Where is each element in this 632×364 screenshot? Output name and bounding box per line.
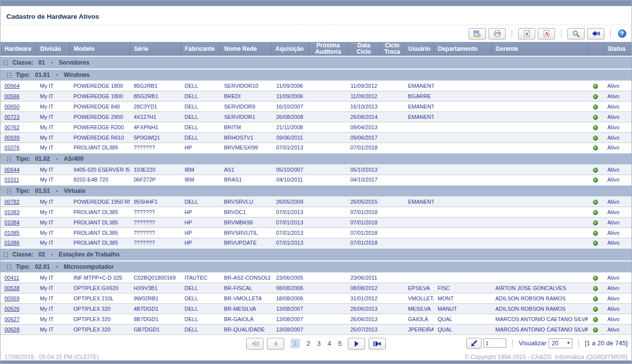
search-button[interactable] <box>567 28 585 39</box>
hardware-link[interactable]: 00762 <box>4 124 20 130</box>
export-excel-button[interactable]: X <box>518 28 535 39</box>
toolbar-buttons: XA? <box>466 28 628 39</box>
modelo-cell: OPTIPLEX 210L <box>70 293 130 303</box>
usuario-cell: BGARRE <box>404 91 434 101</box>
hardware-link[interactable]: 00782 <box>4 199 20 205</box>
collapse-icon[interactable] <box>7 265 11 269</box>
serie-cell: ??????? <box>130 238 181 248</box>
page-size-select[interactable]: 20 ▼ <box>549 338 572 348</box>
data_ciclo-cell: 26/08/2014 <box>347 111 380 122</box>
divisao-cell: My IT <box>36 111 70 122</box>
gerente-cell <box>491 227 588 238</box>
edit-columns-button[interactable] <box>469 28 486 39</box>
departamento-cell <box>434 227 491 238</box>
divisao-cell: My IT <box>36 324 70 334</box>
gerente-cell <box>491 272 588 283</box>
page-link[interactable]: 4 <box>328 340 331 347</box>
gerente-cell: MARCOS ANTONIO CAETANO SILVA <box>491 314 588 324</box>
hardware-link[interactable]: 00626 <box>4 306 20 312</box>
column-header-ciclo_troca: Ciclo Troca <box>380 42 404 56</box>
modelo-cell: POWEREDGE 1950 RM <box>70 196 130 207</box>
modelo-cell: OPTIPLEX 320 <box>70 324 130 334</box>
ciclo_troca-cell <box>380 238 404 248</box>
ciclo_troca-cell <box>380 303 404 314</box>
page-link[interactable]: 5 <box>338 340 341 347</box>
print-button[interactable] <box>488 28 506 39</box>
modelo-cell: OPTIPLEX GX620 <box>70 283 130 293</box>
hardware-link[interactable]: 00650 <box>4 104 20 109</box>
departamento-cell <box>434 217 491 227</box>
fabricante-cell: IBM <box>181 175 220 185</box>
nome_rede-cell: BRAS1 <box>220 175 270 185</box>
status-label: Ativo <box>603 111 632 122</box>
help-button[interactable]: ? <box>617 28 628 39</box>
nome_rede-cell: BR-GAIOLA <box>220 314 270 324</box>
first-page-button[interactable] <box>246 338 263 350</box>
collapse-icon[interactable] <box>7 73 11 77</box>
proxima_auditoria-cell <box>309 175 347 185</box>
divisao-cell: My IT <box>36 122 70 132</box>
modelo-cell: POWEREDGE 840 <box>70 101 130 111</box>
hardware-link[interactable]: 01085 <box>4 230 20 236</box>
hardware-link[interactable]: 01011 <box>4 177 19 182</box>
hardware-link[interactable]: 01084 <box>4 219 20 225</box>
hardware-link[interactable]: 00723 <box>4 114 20 120</box>
collapse-icon[interactable] <box>3 61 8 65</box>
hardware-link[interactable]: 00538 <box>4 285 20 291</box>
table-row: 01086My ITPROLIANT DL385???????HPBRVUPDA… <box>0 238 632 248</box>
collapse-icon[interactable] <box>7 157 11 161</box>
hardware-link[interactable]: 00566 <box>4 93 20 99</box>
nome_rede-cell: BR-MESILVA <box>220 303 270 314</box>
page-link[interactable]: 3 <box>317 340 321 347</box>
collapse-icon[interactable] <box>7 189 11 193</box>
hardware-link[interactable]: 01086 <box>4 240 20 246</box>
hardware-link[interactable]: 00627 <box>4 316 20 322</box>
back-button[interactable] <box>587 28 604 39</box>
status-dot-icon <box>593 296 598 301</box>
table-header-row: HardwareDivisãoModeloSérieFabricanteNome… <box>0 42 632 56</box>
nome_rede-cell: SERVIDOR9 <box>220 101 270 111</box>
proxima_auditoria-cell <box>309 122 347 132</box>
help-icon: ? <box>618 29 627 38</box>
last-page-button[interactable] <box>369 338 386 350</box>
next-page-button[interactable] <box>348 338 365 350</box>
status-label: Ativo <box>603 143 632 153</box>
go-to-page-button[interactable] <box>466 338 482 349</box>
aquisicao-cell: 07/01/2013 <box>270 217 309 227</box>
modelo-cell: OPTIPLEX 320 <box>70 314 130 324</box>
hardware-link[interactable]: 01083 <box>4 209 20 215</box>
nome_rede-cell: AS1 <box>220 164 270 175</box>
proxima_auditoria-cell <box>309 143 347 153</box>
divisao-cell: My IT <box>36 80 70 91</box>
page-link[interactable]: 2 <box>307 340 310 347</box>
hardware-link[interactable]: 01076 <box>4 145 20 150</box>
hardware-link[interactable]: 00559 <box>4 295 20 301</box>
divisao-cell: My IT <box>36 272 70 283</box>
prev-page-button[interactable] <box>267 338 284 350</box>
departamento-cell <box>434 122 491 132</box>
table-row: 01083My ITPROLIANT DL385???????HPBRVDC10… <box>0 207 632 217</box>
nome_rede-cell: BR-QUALIDADE <box>220 324 270 334</box>
hardware-link[interactable]: 00644 <box>4 167 20 173</box>
modelo-cell: PROLIANT DL385 <box>70 238 130 248</box>
column-header-serie: Série <box>130 42 181 56</box>
status-label: Ativo <box>603 272 632 283</box>
hardware-link[interactable]: 00564 <box>4 83 20 89</box>
hardware-link[interactable]: 00939 <box>4 135 20 141</box>
ciclo_troca-cell <box>380 122 404 132</box>
column-header-gerente: Gerente <box>491 42 588 56</box>
divisao-cell: My IT <box>36 303 70 314</box>
status-dot-icon <box>593 241 598 246</box>
hardware-link[interactable]: 00411 <box>4 275 19 281</box>
proxima_auditoria-cell <box>309 314 347 324</box>
hardware-link[interactable]: 00628 <box>4 327 20 332</box>
usuario-cell <box>404 238 434 248</box>
export-pdf-button[interactable]: A <box>538 28 555 39</box>
status-dot-icon <box>593 328 598 332</box>
status-dot-icon <box>593 105 598 109</box>
page-jump-input[interactable] <box>483 338 506 348</box>
fabricante-cell: HP <box>181 207 220 217</box>
toolbar-separator <box>561 30 561 38</box>
search-icon <box>572 30 580 38</box>
collapse-icon[interactable] <box>3 253 8 257</box>
